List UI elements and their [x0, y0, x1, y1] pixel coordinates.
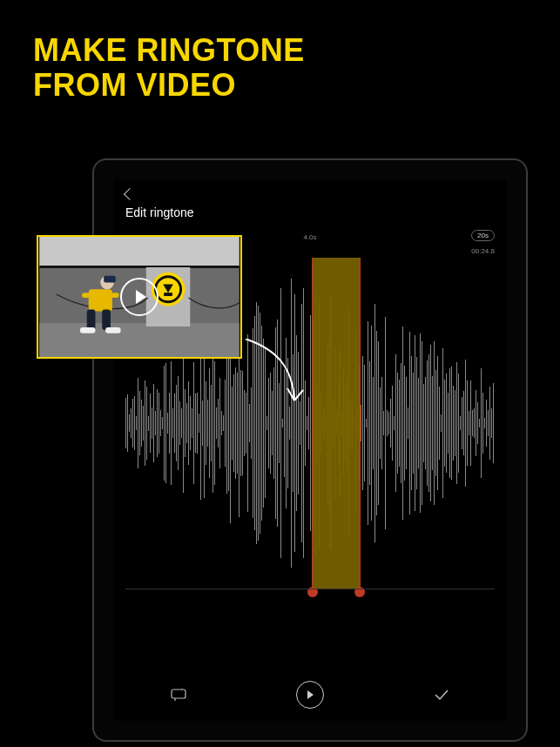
check-icon [434, 689, 449, 701]
svg-rect-3 [39, 266, 239, 268]
controls [113, 674, 507, 716]
svg-rect-12 [87, 310, 96, 330]
playhead-time: 4.0s [303, 233, 316, 241]
play-button[interactable] [293, 678, 327, 711]
loop-button[interactable] [162, 678, 195, 711]
play-icon [296, 681, 324, 709]
baseline [125, 589, 495, 589]
page-title: Edit ringtone [125, 205, 194, 219]
headline: MAKE RINGTONE FROM VIDEO [33, 33, 305, 104]
svg-rect-9 [89, 289, 112, 311]
loop-icon [171, 689, 186, 701]
selection-range[interactable] [312, 258, 361, 589]
svg-rect-14 [80, 327, 95, 333]
svg-rect-11 [104, 276, 116, 283]
svg-rect-8 [164, 293, 172, 296]
confirm-button[interactable] [425, 678, 458, 711]
end-time: 00:24.8 [471, 247, 495, 255]
svg-rect-2 [39, 237, 239, 267]
svg-rect-13 [102, 310, 111, 330]
svg-rect-0 [172, 690, 186, 698]
svg-rect-17 [111, 293, 119, 298]
play-overlay-icon [120, 278, 159, 316]
svg-rect-15 [105, 327, 120, 333]
svg-rect-16 [82, 293, 91, 298]
header: Edit ringtone [113, 179, 507, 233]
video-thumbnail[interactable] [37, 235, 242, 359]
back-icon[interactable] [124, 188, 136, 200]
duration-badge[interactable]: 20s [471, 230, 495, 241]
svg-rect-4 [39, 323, 239, 357]
arrow-icon [242, 336, 312, 414]
